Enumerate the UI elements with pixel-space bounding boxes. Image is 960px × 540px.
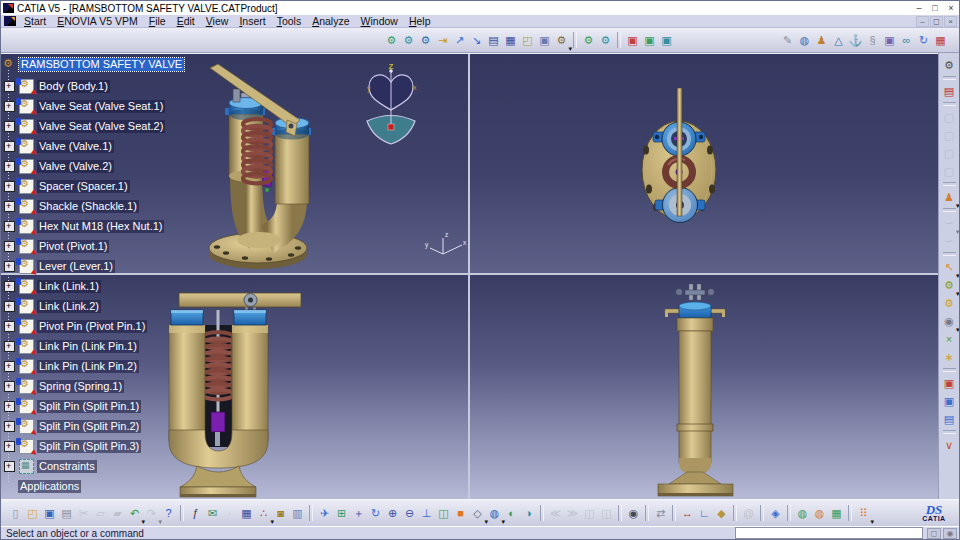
generate-numbering-icon[interactable]: ▦ — [502, 31, 519, 49]
tree-item[interactable]: Valve Seat (Valve Seat.2) — [1, 116, 187, 136]
side-view-model[interactable] — [649, 278, 753, 500]
whats-this-icon[interactable]: ? — [160, 504, 177, 522]
tree-item-label[interactable]: Valve Seat (Valve Seat.1) — [37, 100, 165, 113]
expand-button[interactable] — [4, 181, 15, 192]
grid-snap-icon[interactable]: ⠿ — [855, 504, 872, 522]
print-icon[interactable]: ▤ — [58, 504, 75, 522]
replace-component-icon[interactable]: ↘ — [468, 31, 485, 49]
clash-cubes-icon[interactable]: ▣ — [941, 374, 958, 392]
save-icon[interactable]: ▣ — [41, 504, 58, 522]
expand-button[interactable] — [4, 421, 15, 432]
expand-button[interactable] — [4, 161, 15, 172]
copy-icon[interactable]: ▱ — [92, 504, 109, 522]
tree-item[interactable]: Hex Nut M18 (Hex Nut.1) — [1, 216, 187, 236]
lock-icon[interactable]: ◙ — [272, 504, 289, 522]
tree-item-label[interactable]: Shackle (Shackle.1) — [37, 200, 139, 213]
tree-item[interactable]: Pivot Pin (Pivot Pin.1) — [1, 316, 187, 336]
measure-inertia-icon[interactable]: ◆ — [713, 504, 730, 522]
sectioning-icon[interactable]: ◈ — [767, 504, 784, 522]
graph-tree-reordering-icon[interactable]: ▤ — [485, 31, 502, 49]
clash-cubes2-icon[interactable]: ▣ — [941, 392, 958, 410]
redo-icon[interactable]: ↷ — [143, 504, 160, 522]
tree-item-label[interactable]: Applications — [18, 480, 81, 493]
mdi-minimize-button[interactable]: – — [916, 16, 929, 27]
pcs-icon[interactable]: ▤ — [941, 82, 958, 100]
session-world-icon[interactable]: ◍ — [796, 31, 813, 49]
at-icon[interactable]: @ — [740, 504, 757, 522]
menu-item[interactable]: Help — [407, 15, 440, 27]
world-green-icon[interactable]: ◍ — [794, 504, 811, 522]
tree-item-label[interactable]: Split Pin (Split Pin.2) — [37, 420, 141, 433]
expand-button[interactable] — [4, 141, 15, 152]
state-chart-icon[interactable]: ▦ — [828, 504, 845, 522]
expand-button[interactable] — [4, 81, 15, 92]
menu-item[interactable]: Start — [22, 15, 55, 27]
change-constraint-icon[interactable]: ↻ — [915, 31, 932, 49]
new-product-icon[interactable]: ⚙ — [400, 31, 417, 49]
ghost-view2-icon[interactable]: ◫ — [598, 504, 615, 522]
shading-icon[interactable]: ■ — [452, 504, 469, 522]
measure-item-icon[interactable]: ∟ — [696, 504, 713, 522]
catalog-box3-icon[interactable]: ▢ — [941, 144, 958, 162]
anchor-constraint-icon[interactable]: ⚓ — [847, 31, 864, 49]
expand-button[interactable] — [4, 441, 15, 452]
comment-icon[interactable]: ✉ — [204, 504, 221, 522]
hidden-tool-icon[interactable]: · — [221, 504, 238, 522]
selective-load-icon[interactable]: ◰ — [519, 31, 536, 49]
tree-item-label[interactable]: Hex Nut M18 (Hex Nut.1) — [37, 220, 164, 233]
multi-view-icon[interactable]: ◫ — [435, 504, 452, 522]
render-camera-icon[interactable]: ◉ — [941, 312, 958, 330]
formula-icon[interactable]: ƒ — [187, 504, 204, 522]
tree-item[interactable]: Link (Link.2) — [1, 296, 187, 316]
expand-button[interactable] — [4, 201, 15, 212]
expand-button[interactable] — [4, 361, 15, 372]
design-table-icon[interactable]: ▦ — [238, 504, 255, 522]
quick-constraint-icon[interactable]: ▣ — [881, 31, 898, 49]
tree-item[interactable]: Applications — [1, 476, 187, 496]
cut-icon[interactable]: ✂ — [75, 504, 92, 522]
flexible-rigid-icon[interactable]: ∞ — [898, 31, 915, 49]
tree-item-label[interactable]: Valve (Valve.1) — [37, 140, 114, 153]
menu-item[interactable]: Window — [359, 15, 407, 27]
catalog-box2-icon[interactable]: ▢ — [941, 126, 958, 144]
measure-between-icon[interactable]: ↔ — [679, 504, 696, 522]
tree-item-label[interactable]: Link Pin (Link Pin.2) — [37, 360, 139, 373]
fly-mode-icon[interactable]: ✈ — [316, 504, 333, 522]
expand-button[interactable] — [4, 461, 15, 472]
tree-item-label[interactable]: Link (Link.2) — [37, 300, 101, 313]
close-button[interactable]: × — [943, 2, 959, 15]
open-icon[interactable]: ◰ — [24, 504, 41, 522]
existing-component-icon[interactable]: ⇥ — [434, 31, 451, 49]
look-tools-icon[interactable]: ⚙ — [941, 276, 958, 294]
menu-item[interactable]: ENOVIA V5 VPM — [55, 15, 147, 27]
fast-multi-instantiation-icon[interactable]: ⚙ — [580, 31, 597, 49]
compass[interactable]: Z y x — [357, 58, 429, 150]
expand-button[interactable] — [4, 281, 15, 292]
tree-root[interactable]: RAMSBOTTOM SAFETY VALVE — [1, 54, 187, 72]
tree-item[interactable]: Shackle (Shackle.1) — [1, 196, 187, 216]
power-input-toggle-icon[interactable]: ◻ — [927, 528, 941, 539]
tree-item[interactable]: Body (Body.1) — [1, 76, 187, 96]
catalog-browser-icon[interactable]: ▥ — [289, 504, 306, 522]
undo-icon[interactable]: ↶ — [126, 504, 143, 522]
tree-item[interactable]: Spring (Spring.1) — [1, 376, 187, 396]
explode-icon[interactable]: × — [941, 330, 958, 348]
new-file-icon[interactable]: ▯ — [7, 504, 24, 522]
tree-item[interactable]: Split Pin (Split Pin.3) — [1, 436, 187, 456]
prev-view-icon[interactable]: ≪ — [547, 504, 564, 522]
tree-item-label[interactable]: Link Pin (Link Pin.1) — [37, 340, 139, 353]
fix-together-icon[interactable]: § — [864, 31, 881, 49]
zoom-out-icon[interactable]: ⊖ — [401, 504, 418, 522]
tree-item[interactable]: Link Pin (Link Pin.1) — [1, 336, 187, 356]
tree-item[interactable]: Split Pin (Split Pin.1) — [1, 396, 187, 416]
expand-button[interactable] — [4, 301, 15, 312]
camera-icon[interactable]: ◉ — [625, 504, 642, 522]
swap-visible2-icon[interactable]: ◑ — [520, 504, 537, 522]
catalog-box4-icon[interactable]: ▢ — [941, 162, 958, 180]
next-view-icon[interactable]: ≫ — [564, 504, 581, 522]
tree-item-label[interactable]: Pivot (Pivot.1) — [37, 240, 109, 253]
expand-button[interactable] — [4, 241, 15, 252]
menu-item[interactable]: Analyze — [310, 15, 358, 27]
magic-star-icon[interactable]: ∗ — [941, 348, 958, 366]
tree-item-label[interactable]: Spacer (Spacer.1) — [37, 180, 130, 193]
